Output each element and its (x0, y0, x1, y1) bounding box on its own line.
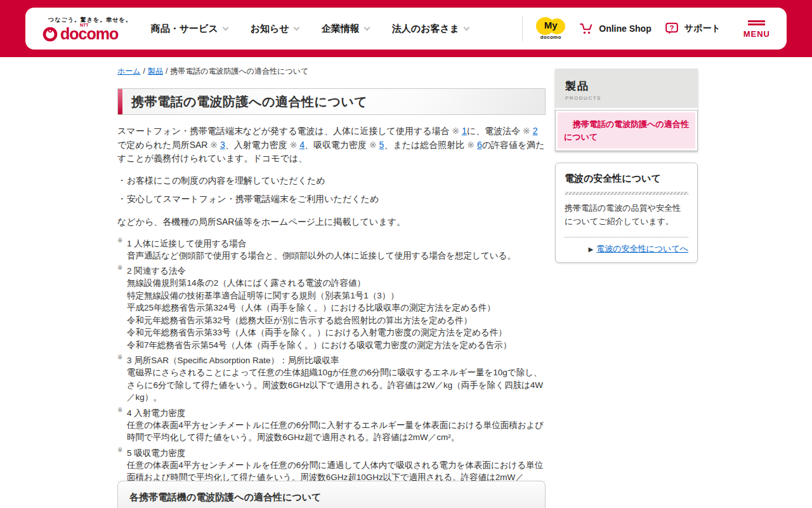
my-docomo-icon: My (536, 17, 565, 35)
header-divider (522, 16, 523, 41)
intro-text: ※ (467, 140, 477, 150)
brand-tagline: つなごう。驚きを。幸せを。 (48, 16, 132, 24)
nav-item-0[interactable]: 商品・サービス (151, 23, 228, 35)
footnote-description: 任意の体表面4平方センチメートルに任意の6分間に入射するエネルギー量を体表面にお… (127, 419, 546, 444)
page-title: 携帯電話の電波防護への適合性について (131, 93, 367, 110)
footnote-description: 平成25年総務省告示第324号（人体（両手を除く。）における比吸収率の測定方法を… (127, 302, 546, 314)
breadcrumb: ホーム製品携帯電話の電波防護への適合性について (117, 66, 546, 77)
chevron-down-icon (222, 24, 228, 30)
cart-icon (579, 21, 594, 36)
nav-item-label: 法人のお客さま (392, 23, 459, 35)
menu-button[interactable]: MENU (743, 19, 770, 39)
footnote-ref-link-2[interactable]: 2 (533, 126, 538, 136)
sidebar-products-box: 製品 PRODUCTS 携帯電話の電波防護への適合性について (555, 69, 698, 151)
footnote-marker: ※ (117, 354, 122, 361)
footnote-description: 音声通話など側頭部で使用する場合と、側頭部以外の人体に近接して使用する場合を想定… (127, 250, 546, 262)
sidebar-item-current-page[interactable]: 携帯電話の電波防護への適合性について (555, 110, 698, 151)
my-docomo-button[interactable]: My docomo (535, 17, 566, 40)
docomo-wordmark: NTT docomo (60, 26, 118, 42)
footnote-term: 5 吸収電力密度 (127, 447, 546, 459)
support-label: サポート (684, 23, 721, 34)
intro-text: で定められた局所SAR (117, 140, 210, 150)
footnote-description: 令和元年総務省告示第32号（総務大臣が別に告示する総合照射比の算出方法を定める件… (127, 314, 546, 327)
intro-text: スマートフォン・携帯電話端末などが発する電波は、人体に近接して使用する場合 (117, 126, 452, 136)
main-nav: 商品・サービスお知らせ企業情報法人のお客さま (151, 23, 469, 35)
sidebar: 製品 PRODUCTS 携帯電話の電波防護への適合性について 電波の安全性につい… (555, 69, 698, 263)
footnote-marker: ※ (117, 264, 122, 271)
nav-item-label: 商品・サービス (151, 23, 218, 35)
list-item: 安心してスマートフォン・携帯電話端末をご利用いただくため (117, 192, 546, 205)
footnote-description: 無線設備規則第14条の2（人体にばく露される電波の許容値） (127, 277, 546, 290)
intro-text: ※ (210, 140, 220, 150)
breadcrumb-link-1[interactable]: 製品 (143, 67, 163, 76)
footnote-term: 1 人体に近接して使用する場合 (127, 237, 546, 250)
header-bar: つなごう。驚きを。幸せを。 NTT docomo 商品・サービスお知らせ企業情報… (25, 8, 787, 50)
breadcrumb-current: 携帯電話の電波防護への適合性について (166, 67, 308, 76)
bottom-section: 各携帯電話機の電波防護への適合性について (117, 481, 546, 508)
footnote-ref-link-4[interactable]: 4 (299, 140, 304, 150)
footnote-item-5: ※5 吸収電力密度任意の体表面4平方センチメートルを任意の6分間に通過して人体内… (117, 447, 546, 481)
breadcrumb-link-0[interactable]: ホーム (117, 67, 141, 76)
intro-text: 、または総合照射比 (384, 140, 467, 150)
sidebar-products-subtitle: PRODUCTS (565, 95, 688, 101)
sidebar-safety-box: 電波の安全性について 携帯電話の電波の品質や安全性についてご紹介しています。 ▶… (555, 163, 698, 263)
nav-item-label: お知らせ (251, 23, 289, 35)
intro-text: に、電波法令 (467, 126, 523, 136)
footnote-term: 3 局所SAR（Specific Absorption Rate）：局所比吸収率 (127, 354, 546, 366)
footnote-ref-link-3[interactable]: 3 (220, 140, 225, 150)
nav-item-label: 企業情報 (322, 23, 360, 35)
arrow-right-icon: ▶ (588, 246, 593, 253)
intro-text: 、入射電力密度 (225, 140, 290, 150)
list-item: お客様にこの制度の内容を理解していただくため (117, 174, 546, 187)
footnote-marker: ※ (117, 446, 122, 453)
svg-text:?: ? (669, 24, 674, 32)
nav-item-2[interactable]: 企業情報 (322, 23, 369, 35)
footnote-description: 令和7年総務省告示第54号（人体（両手を除く。）における吸収電力密度の測定方法を… (127, 339, 546, 352)
footnote-item-3: ※3 局所SAR（Specific Absorption Rate）：局所比吸収… (117, 354, 546, 404)
online-shop-label: Online Shop (599, 23, 651, 34)
reason-list: お客様にこの制度の内容を理解していただくため安心してスマートフォン・携帯電話端末… (117, 174, 546, 205)
footnote-description: 令和元年総務省告示第33号（人体（両手を除く。）における入射電力密度の測定方法を… (127, 326, 546, 339)
footnote-item-2: ※2 関連する法令無線設備規則第14条の2（人体にばく露される電波の許容値）特定… (117, 265, 546, 351)
chevron-down-icon (363, 24, 370, 30)
footnote-item-1: ※1 人体に近接して使用する場合音声通話など側頭部で使用する場合と、側頭部以外の… (117, 237, 546, 262)
footnote-ref-link-1[interactable]: 1 (462, 126, 467, 136)
docomo-logo[interactable]: つなごう。驚きを。幸せを。 NTT docomo (42, 16, 132, 42)
sidebar-products-header: 製品 PRODUCTS (555, 69, 698, 108)
safety-page-link[interactable]: 電波の安全性についてへ (596, 244, 688, 253)
intro-text: ※ (523, 126, 533, 136)
title-accent-bar (118, 89, 122, 114)
intro-text: ※ (290, 140, 300, 150)
footnote-description: 任意の体表面4平方センチメートルを任意の6分間に通過して人体内で吸収される電力を… (127, 459, 546, 481)
footnote-description: 電磁界にさらされることによって任意の生体組織10gが任意の6分間に吸収するエネル… (127, 366, 546, 404)
page-title-box: 携帯電話の電波防護への適合性について (117, 88, 546, 115)
footnote-description: 特定無線設備の技術基準適合証明等に関する規則（別表第1号1（3）） (127, 290, 546, 302)
safety-box-body: 携帯電話の電波の品質や安全性についてご紹介しています。 (565, 202, 688, 229)
intro-text: 、吸収電力密度 (304, 140, 369, 150)
intro-text: ※ (452, 126, 462, 136)
closing-paragraph: などから、各機種の局所SAR値等をホームページ上に掲載しています。 (117, 215, 546, 228)
intro-paragraph: スマートフォン・携帯電話端末などが発する電波は、人体に近接して使用する場合 ※ … (117, 124, 546, 166)
main-content: ホーム製品携帯電話の電波防護への適合性について 携帯電話の電波防護への適合性につ… (117, 57, 546, 481)
footnote-ref-link-6[interactable]: 6 (477, 140, 482, 150)
striped-divider (565, 192, 688, 195)
support-link[interactable]: ? サポート (664, 21, 721, 36)
footnote-item-4: ※4 入射電力密度任意の体表面4平方センチメートルに任意の6分間に入射するエネル… (117, 407, 546, 444)
hamburger-icon (748, 19, 765, 27)
nav-item-1[interactable]: お知らせ (251, 23, 299, 35)
docomo-mark-icon (42, 25, 58, 42)
footnote-term: 4 入射電力密度 (127, 407, 546, 419)
help-bubble-icon: ? (664, 21, 679, 36)
footnote-list: ※1 人体に近接して使用する場合音声通話など側頭部で使用する場合と、側頭部以外の… (117, 237, 546, 481)
footnote-marker: ※ (117, 237, 122, 244)
chevron-down-icon (293, 24, 299, 30)
chevron-down-icon (464, 24, 470, 30)
footnote-term: 2 関連する法令 (127, 265, 546, 277)
safety-box-title: 電波の安全性について (565, 173, 688, 185)
ntt-label: NTT (80, 23, 89, 27)
sidebar-products-title: 製品 (565, 79, 688, 93)
header-strip: つなごう。驚きを。幸せを。 NTT docomo 商品・サービスお知らせ企業情報… (0, 0, 812, 57)
intro-text: ※ (369, 140, 379, 150)
online-shop-link[interactable]: Online Shop (579, 21, 651, 36)
nav-item-3[interactable]: 法人のお客さま (392, 23, 469, 35)
